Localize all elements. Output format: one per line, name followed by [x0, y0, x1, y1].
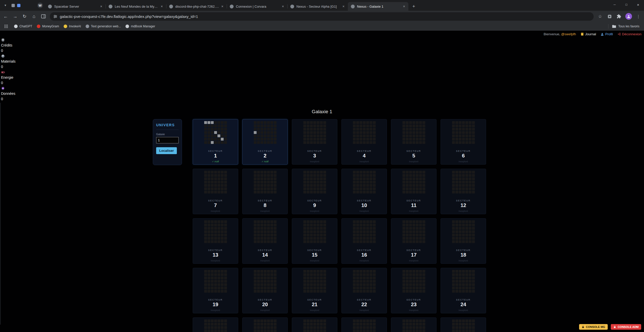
sector-card[interactable]: SECTEUR21Inexploré — [292, 268, 337, 313]
browser-tab[interactable]: Les Neuf Mondes de la Mythol...× — [106, 2, 166, 11]
pinned-tab-1[interactable] — [12, 4, 15, 7]
sector-cell — [303, 326, 306, 329]
new-tab-button[interactable]: + — [410, 3, 418, 10]
sector-card[interactable] — [193, 317, 238, 332]
sector-cell — [303, 234, 306, 236]
sector-cell — [465, 227, 468, 230]
sector-card[interactable] — [292, 317, 337, 332]
tab-close-icon[interactable]: × — [159, 4, 164, 9]
sector-cell — [208, 280, 210, 283]
sector-cell — [353, 287, 356, 289]
galaxy-id-input[interactable] — [156, 137, 179, 143]
sector-cell — [303, 191, 306, 193]
sector-card[interactable] — [441, 317, 486, 332]
forward-button[interactable]: → — [12, 13, 18, 19]
sector-cell — [260, 128, 263, 131]
profile-avatar[interactable] — [625, 13, 632, 20]
sector-card[interactable]: SECTEUR16Inexploré — [341, 218, 387, 264]
sector-card[interactable]: SECTEUR3Inexploré — [292, 119, 337, 165]
sector-card[interactable]: SECTEUR12Inexploré — [441, 169, 486, 214]
close-button[interactable]: × — [632, 0, 644, 9]
tab-search-button[interactable]: ▾ — [2, 0, 9, 11]
sector-card[interactable]: SECTEUR20Inexploré — [242, 268, 288, 313]
sector-card[interactable]: SECTEUR15Inexploré — [292, 218, 337, 264]
sector-cell — [208, 277, 210, 279]
sector-card[interactable]: SECTEUR22Inexploré — [341, 268, 387, 313]
bookmark-item[interactable]: mdBook Manager — [123, 23, 157, 30]
address-bar[interactable]: galactic-pve-conquest-c7fe.dev.flatlogic… — [50, 12, 594, 21]
sector-card[interactable]: SECTEUR9Inexploré — [292, 169, 337, 214]
sector-card[interactable]: SECTEUR4Inexploré — [341, 119, 387, 165]
sector-card[interactable]: SECTEUR24Inexploré — [441, 268, 486, 313]
sector-card[interactable]: SECTEUR6Inexploré — [441, 119, 486, 165]
sector-cell — [370, 174, 372, 177]
sector-cell — [208, 270, 210, 273]
sector-card[interactable]: SECTEUR18Inexploré — [441, 218, 486, 264]
sector-cell — [363, 138, 366, 141]
bookmark-item[interactable]: InvokeAI — [61, 23, 83, 30]
browser-tab[interactable]: discord-like-php-chat-7262.de...× — [166, 2, 227, 11]
sector-card[interactable]: SECTEUR19Inexploré — [193, 268, 238, 313]
sector-cell — [323, 128, 326, 131]
sector-card[interactable]: SECTEUR23Inexploré — [391, 268, 436, 313]
browser-menu-icon[interactable]: ⋮ — [635, 13, 641, 19]
sector-cell — [459, 329, 462, 332]
sector-cell — [323, 174, 326, 177]
bookmark-item[interactable]: Text generation web... — [83, 23, 123, 30]
minimize-button[interactable]: ─ — [609, 0, 620, 9]
sector-card[interactable]: SECTEUR14Inexploré — [242, 218, 288, 264]
browser-tab[interactable]: Spacebar Server× — [45, 2, 106, 11]
sector-card[interactable]: SECTEUR13Inexploré — [193, 218, 238, 264]
sector-card[interactable]: SECTEUR8Inexploré — [242, 169, 288, 214]
sector-cell — [264, 329, 267, 332]
browser-tab[interactable]: Nexus - Galaxie 1× — [348, 2, 408, 11]
sector-card[interactable]: SECTEUR17Inexploré — [391, 218, 436, 264]
sector-card[interactable] — [242, 317, 288, 332]
console-mg-button[interactable]: CONSOLE MG — [579, 324, 608, 330]
sector-cell — [317, 273, 319, 276]
sector-cell — [356, 273, 359, 276]
sector-cell — [455, 171, 458, 174]
extension-icon[interactable] — [606, 13, 613, 19]
sector-card[interactable]: SECTEUR7Inexploré — [193, 169, 238, 214]
all-bookmarks[interactable]: Tous les favoris — [608, 24, 641, 29]
sector-card[interactable] — [391, 317, 436, 332]
sector-cell — [257, 224, 260, 226]
tab-close-icon[interactable]: × — [281, 4, 285, 9]
logout-link[interactable]: Déconnexion — [617, 32, 641, 36]
univers-panel: UNIVERS Galaxie Localiser — [153, 119, 182, 165]
tab-close-icon[interactable]: × — [341, 4, 346, 9]
localiser-button[interactable]: Localiser — [156, 147, 177, 154]
journal-link[interactable]: Journal — [581, 32, 596, 36]
apps-grid-icon[interactable] — [3, 23, 9, 29]
sector-status: Inexploré — [292, 259, 337, 262]
sector-card[interactable] — [341, 317, 387, 332]
sector-card[interactable]: SECTEUR2✓ Actif — [242, 119, 288, 165]
home-button[interactable]: ⌂ — [31, 13, 37, 19]
bookmark-item[interactable]: MoneyGram — [34, 23, 61, 30]
sector-card[interactable]: SECTEUR1✓ Actif — [193, 119, 238, 165]
tab-close-icon[interactable]: × — [220, 4, 225, 9]
side-panel-button[interactable] — [40, 13, 47, 19]
console-adm-button[interactable]: CONSOLE ADM — [611, 324, 641, 330]
site-info-icon[interactable] — [53, 15, 57, 18]
sector-card[interactable]: SECTEUR5Inexploré — [391, 119, 436, 165]
left-scrollbar[interactable] — [0, 103, 1, 325]
bookmark-item[interactable]: ChatGPT — [12, 23, 34, 30]
bookmark-star-icon[interactable]: ☆ — [597, 13, 603, 19]
sector-card[interactable]: SECTEUR11Inexploré — [391, 169, 436, 214]
tab-close-icon[interactable]: × — [402, 4, 406, 9]
tab-close-icon[interactable]: × — [99, 4, 103, 9]
browser-tab[interactable]: Nexus - Secteur Alpha [G1]× — [287, 2, 348, 11]
url-text[interactable]: galactic-pve-conquest-c7fe.dev.flatlogic… — [60, 14, 198, 19]
pinned-tab-2[interactable] — [17, 4, 20, 7]
reload-button[interactable]: ↻ — [21, 13, 28, 19]
back-button[interactable]: ← — [3, 13, 9, 19]
pinned-tab-wordpress[interactable]: W — [37, 3, 43, 8]
extensions-puzzle-icon[interactable] — [616, 13, 622, 19]
maximize-button[interactable]: □ — [620, 0, 632, 9]
profile-link[interactable]: Profil — [601, 32, 613, 36]
sector-card[interactable]: SECTEUR10Inexploré — [341, 169, 387, 214]
browser-tab[interactable]: Connexion | Corvara× — [227, 2, 287, 11]
sector-cell — [320, 181, 323, 184]
